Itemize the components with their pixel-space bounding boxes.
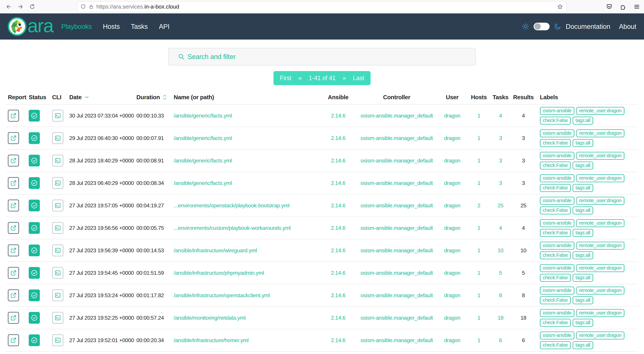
status-success-button[interactable] bbox=[29, 155, 40, 167]
hosts-count-link[interactable]: 1 bbox=[478, 158, 480, 164]
tasks-count-link[interactable]: 4 bbox=[499, 225, 502, 231]
playbook-name-link[interactable]: /ansible/generic/facts.yml bbox=[174, 158, 232, 164]
tasks-count-link[interactable]: 5 bbox=[499, 270, 502, 276]
status-success-button[interactable] bbox=[29, 200, 40, 211]
report-button[interactable] bbox=[8, 222, 19, 234]
forward-button[interactable] bbox=[16, 2, 25, 11]
shield-icon[interactable] bbox=[80, 4, 86, 9]
cli-button[interactable] bbox=[52, 222, 63, 234]
status-success-button[interactable] bbox=[29, 132, 40, 144]
reload-button[interactable] bbox=[28, 2, 37, 11]
tasks-count-link[interactable]: 8 bbox=[499, 292, 502, 298]
controller-link[interactable]: osism-ansible.manager_default bbox=[360, 180, 433, 186]
playbook-name-link[interactable]: /ansible/infrastructure/openstackclient.… bbox=[174, 292, 270, 298]
status-success-button[interactable] bbox=[29, 222, 40, 234]
nav-link-api[interactable]: API bbox=[159, 23, 170, 30]
column-header-date[interactable]: Date bbox=[68, 90, 135, 104]
pagination-next[interactable]: » bbox=[342, 75, 346, 82]
ansible-version-link[interactable]: 2.14.6 bbox=[331, 247, 345, 253]
extensions-puzzle-icon[interactable] bbox=[620, 3, 626, 10]
ansible-version-link[interactable]: 2.14.6 bbox=[331, 270, 345, 276]
playbook-name-link[interactable]: /ansible/infrastructure/phpmyadmin.yml bbox=[174, 270, 264, 276]
status-success-button[interactable] bbox=[29, 334, 40, 346]
hosts-count-link[interactable]: 1 bbox=[478, 113, 480, 119]
playbook-name-link[interactable]: ...environments/custom/playbook-workarou… bbox=[174, 225, 291, 231]
controller-link[interactable]: osism-ansible.manager_default bbox=[360, 337, 433, 343]
nav-link-tasks[interactable]: Tasks bbox=[131, 23, 148, 30]
controller-link[interactable]: osism-ansible.manager_default bbox=[360, 315, 433, 321]
back-button[interactable] bbox=[4, 2, 14, 11]
report-button[interactable] bbox=[8, 290, 19, 301]
column-header-duration[interactable]: Duration bbox=[135, 90, 172, 104]
nav-link-hosts[interactable]: Hosts bbox=[103, 23, 120, 30]
user-link[interactable]: dragon bbox=[444, 225, 460, 231]
hosts-count-link[interactable]: 1 bbox=[478, 135, 480, 141]
ansible-version-link[interactable]: 2.14.6 bbox=[331, 292, 345, 298]
user-link[interactable]: dragon bbox=[444, 135, 460, 141]
status-success-button[interactable] bbox=[29, 177, 40, 189]
cli-button[interactable] bbox=[52, 155, 63, 167]
ansible-version-link[interactable]: 2.14.6 bbox=[331, 135, 345, 141]
controller-link[interactable]: osism-ansible.manager_default bbox=[360, 247, 433, 253]
bookmark-star-icon[interactable] bbox=[557, 4, 563, 10]
playbook-name-link[interactable]: /ansible/infrastructure/homer.yml bbox=[174, 337, 249, 343]
playbook-name-link[interactable]: /ansible/generic/facts.yml bbox=[174, 113, 232, 119]
report-button[interactable] bbox=[8, 334, 19, 346]
report-button[interactable] bbox=[8, 312, 19, 324]
user-link[interactable]: dragon bbox=[444, 113, 460, 119]
report-button[interactable] bbox=[8, 200, 19, 211]
playbook-name-link[interactable]: /ansible/infrastructure/wireguard.yml bbox=[174, 247, 257, 253]
ansible-version-link[interactable]: 2.14.6 bbox=[331, 202, 345, 208]
cli-button[interactable] bbox=[52, 110, 63, 122]
cli-button[interactable] bbox=[52, 334, 63, 346]
controller-link[interactable]: osism-ansible.manager_default bbox=[360, 225, 433, 231]
hosts-count-link[interactable]: 1 bbox=[478, 270, 480, 276]
url-bar[interactable]: https://ara.services.in-a-box.cloud bbox=[77, 1, 566, 12]
controller-link[interactable]: osism-ansible.manager_default bbox=[360, 270, 433, 276]
user-link[interactable]: dragon bbox=[444, 337, 460, 343]
controller-link[interactable]: osism-ansible.manager_default bbox=[360, 158, 433, 164]
ansible-version-link[interactable]: 2.14.6 bbox=[331, 315, 345, 321]
playbook-name-link[interactable]: /ansible/generic/facts.yml bbox=[174, 180, 232, 186]
hosts-count-link[interactable]: 1 bbox=[478, 225, 480, 231]
status-success-button[interactable] bbox=[29, 290, 40, 301]
tasks-count-link[interactable]: 10 bbox=[498, 247, 504, 253]
cli-button[interactable] bbox=[52, 290, 63, 301]
tasks-count-link[interactable]: 3 bbox=[499, 180, 502, 186]
hosts-count-link[interactable]: 1 bbox=[478, 315, 480, 321]
status-success-button[interactable] bbox=[29, 110, 40, 122]
user-link[interactable]: dragon bbox=[444, 270, 460, 276]
report-button[interactable] bbox=[8, 245, 19, 256]
tasks-count-link[interactable]: 3 bbox=[499, 158, 502, 164]
pagination-last[interactable]: Last bbox=[353, 75, 364, 82]
nav-link-playbooks[interactable]: Playbooks bbox=[61, 23, 92, 30]
cli-button[interactable] bbox=[52, 245, 63, 256]
cli-button[interactable] bbox=[52, 267, 63, 279]
cli-button[interactable] bbox=[52, 312, 63, 324]
tasks-count-link[interactable]: 4 bbox=[499, 113, 502, 119]
playbook-name-link[interactable]: /ansible/monitoring/netdata.yml bbox=[174, 315, 246, 321]
user-link[interactable]: dragon bbox=[444, 247, 460, 253]
pagination-prev[interactable]: « bbox=[298, 75, 302, 82]
hosts-count-link[interactable]: 1 bbox=[478, 247, 480, 253]
report-button[interactable] bbox=[8, 132, 19, 144]
hosts-count-link[interactable]: 1 bbox=[478, 180, 480, 186]
cli-button[interactable] bbox=[52, 200, 63, 211]
playbook-name-link[interactable]: /ansible/generic/facts.yml bbox=[174, 135, 232, 141]
theme-toggle[interactable] bbox=[534, 23, 550, 30]
report-button[interactable] bbox=[8, 267, 19, 279]
user-link[interactable]: dragon bbox=[444, 202, 460, 208]
hosts-count-link[interactable]: 1 bbox=[478, 292, 480, 298]
ansible-version-link[interactable]: 2.14.6 bbox=[331, 180, 345, 186]
status-success-button[interactable] bbox=[29, 245, 40, 256]
tasks-count-link[interactable]: 3 bbox=[499, 135, 502, 141]
controller-link[interactable]: osism-ansible.manager_default bbox=[360, 292, 433, 298]
report-button[interactable] bbox=[8, 177, 19, 189]
cli-button[interactable] bbox=[52, 177, 63, 189]
user-link[interactable]: dragon bbox=[444, 315, 460, 321]
ansible-version-link[interactable]: 2.14.6 bbox=[331, 225, 345, 231]
user-link[interactable]: dragon bbox=[444, 158, 460, 164]
controller-link[interactable]: osism-ansible.manager_default bbox=[360, 135, 433, 141]
hosts-count-link[interactable]: 1 bbox=[478, 337, 480, 343]
pagination-first[interactable]: First bbox=[280, 75, 291, 82]
